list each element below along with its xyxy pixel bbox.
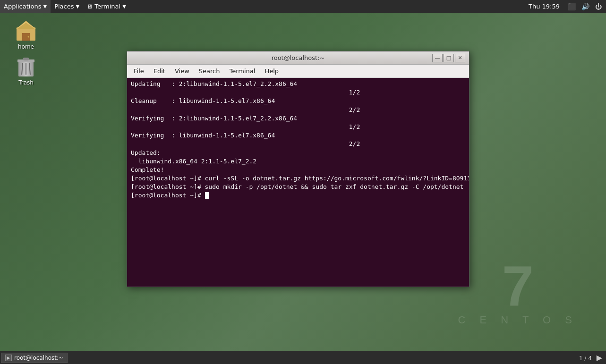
terminal-window: root@localhost:~ — □ ✕ File Edit View Se… — [127, 51, 469, 287]
trash-label: Trash — [18, 79, 34, 86]
maximize-icon: □ — [446, 55, 451, 61]
terminal-line: Verifying : 2:libunwind-1.1-5.el7_2.2.x8… — [131, 114, 465, 123]
svg-point-6 — [28, 36, 29, 38]
terminal-menubar: File Edit View Search Terminal Help — [127, 65, 469, 78]
centos-watermark: 7 C E N T O S — [458, 257, 578, 326]
terminal-label: Terminal — [94, 3, 120, 10]
terminal-cursor — [205, 192, 209, 199]
taskbar-terminal-label: root@localhost:~ — [14, 355, 63, 361]
maximize-button[interactable]: □ — [444, 54, 454, 62]
places-menu[interactable]: Places ▼ — [51, 0, 83, 13]
menu-edit[interactable]: Edit — [149, 66, 170, 76]
terminal-line: 2/2 — [131, 106, 465, 114]
terminal-line: 2/2 — [131, 140, 465, 148]
terminal-line: [root@localhost ~]# — [131, 191, 465, 200]
pager-label: 1 / 4 — [579, 355, 592, 362]
taskbar: ▶ root@localhost:~ 1 / 4 ▶ — [0, 351, 606, 364]
desktop: Applications ▼ Places ▼ 🖥 Terminal ▼ Thu… — [0, 0, 606, 364]
menu-help[interactable]: Help — [260, 66, 283, 76]
terminal-menu[interactable]: 🖥 Terminal ▼ — [83, 0, 130, 13]
trash-icon[interactable]: Trash — [7, 55, 45, 86]
menu-view[interactable]: View — [170, 66, 194, 76]
terminal-line: Cleanup : libunwind-1.1-5.el7.x86_64 — [131, 97, 465, 105]
taskbar-terminal-item[interactable]: ▶ root@localhost:~ — [1, 353, 68, 363]
terminal-line: [root@localhost ~]# curl -sSL -o dotnet.… — [131, 174, 465, 183]
terminal-content[interactable]: Updating : 2:libunwind-1.1-5.el7_2.2.x86… — [127, 78, 469, 287]
minimize-button[interactable]: — — [432, 54, 443, 62]
taskbar-terminal-icon: ▶ — [5, 355, 12, 361]
panel-right: Thu 19:59 ⬛ 🔊 ⏻ — [525, 0, 606, 13]
menu-file[interactable]: File — [129, 66, 149, 76]
trash-image — [15, 55, 37, 77]
taskbar-pager: 1 / 4 ▶ — [579, 353, 606, 362]
applications-label: Applications — [4, 3, 41, 10]
close-icon: ✕ — [458, 55, 462, 61]
terminal-line: libunwind.x86_64 2:1.1-5.el7_2.2 — [131, 157, 465, 166]
top-panel: Applications ▼ Places ▼ 🖥 Terminal ▼ Thu… — [0, 0, 606, 13]
terminal-titlebar: root@localhost:~ — □ ✕ — [127, 51, 469, 65]
centos-text: C E N T O S — [458, 314, 578, 326]
terminal-line: 1/2 — [131, 123, 465, 131]
centos-number: 7 — [502, 257, 534, 314]
terminal-line: Verifying : libunwind-1.1-5.el7.x86_64 — [131, 131, 465, 140]
terminal-line: 1/2 — [131, 88, 465, 97]
menu-terminal[interactable]: Terminal — [224, 66, 260, 76]
minimize-icon: — — [435, 55, 440, 61]
desktop-icons: home — [7, 19, 45, 86]
menu-search[interactable]: Search — [194, 66, 225, 76]
places-arrow: ▼ — [76, 4, 79, 9]
terminal-line: Updated: — [131, 149, 465, 157]
terminal-line: [root@localhost ~]# sudo mkdir -p /opt/d… — [131, 183, 465, 191]
home-folder-icon[interactable]: home — [7, 19, 45, 50]
panel-left: Applications ▼ Places ▼ 🖥 Terminal ▼ — [0, 0, 130, 13]
svg-rect-10 — [23, 58, 29, 60]
home-folder-image — [15, 19, 37, 42]
close-button[interactable]: ✕ — [455, 54, 465, 62]
applications-arrow: ▼ — [43, 4, 47, 9]
volume-icon[interactable]: 🔊 — [580, 3, 591, 10]
power-icon[interactable]: ⏻ — [594, 3, 603, 10]
places-label: Places — [54, 3, 74, 10]
pager-arrow[interactable]: ▶ — [597, 353, 602, 362]
clock: Thu 19:59 — [525, 3, 563, 10]
terminal-arrow: ▼ — [122, 4, 126, 9]
terminal-line: Updating : 2:libunwind-1.1-5.el7_2.2.x86… — [131, 80, 465, 88]
terminal-title: root@localhost:~ — [164, 54, 432, 61]
applications-menu[interactable]: Applications ▼ — [0, 0, 51, 13]
home-folder-label: home — [18, 43, 34, 50]
monitor-icon[interactable]: ⬛ — [566, 3, 577, 10]
window-buttons: — □ ✕ — [432, 54, 465, 62]
terminal-line: Complete! — [131, 166, 465, 174]
